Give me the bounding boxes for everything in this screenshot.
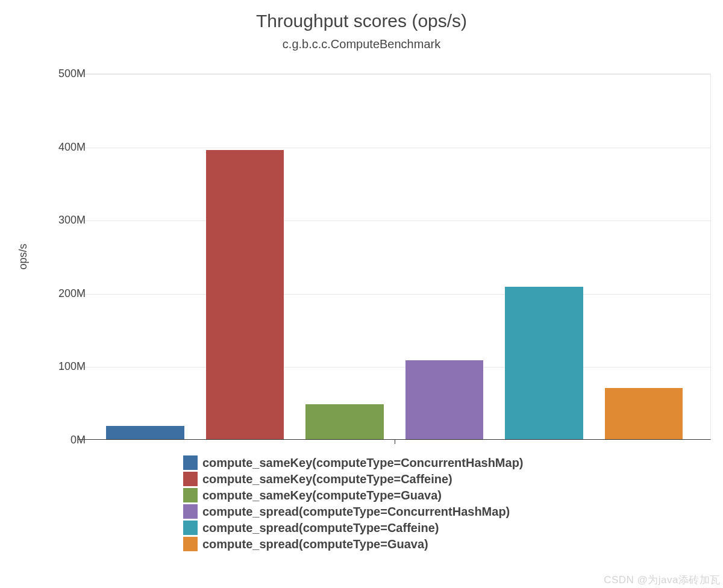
legend-label: compute_spread(computeType=Caffeine) — [202, 521, 439, 535]
bars-row — [78, 74, 710, 439]
chart-container: Throughput scores (ops/s) c.g.b.c.c.Comp… — [0, 0, 723, 588]
bar — [206, 150, 284, 439]
legend: compute_sameKey(computeType=ConcurrentHa… — [183, 455, 524, 551]
legend-label: compute_sameKey(computeType=ConcurrentHa… — [202, 456, 524, 470]
y-tick-label: 0M — [37, 434, 86, 446]
legend-swatch — [183, 537, 198, 551]
legend-label: compute_spread(computeType=ConcurrentHas… — [202, 505, 510, 519]
bar-slot — [594, 388, 694, 439]
legend-swatch — [183, 455, 198, 470]
x-tick-mark — [395, 439, 395, 444]
legend-item: compute_spread(computeType=Caffeine) — [183, 521, 524, 535]
bar — [305, 404, 384, 439]
legend-swatch — [183, 472, 198, 486]
bar — [106, 426, 184, 439]
bar-slot — [95, 426, 195, 439]
y-tick-label: 500M — [37, 67, 86, 80]
legend-item: compute_spread(computeType=ConcurrentHas… — [183, 504, 524, 519]
bar-slot — [195, 150, 295, 439]
legend-label: compute_sameKey(computeType=Caffeine) — [202, 472, 452, 486]
bar-slot — [395, 360, 495, 439]
plot-area — [78, 74, 711, 440]
legend-swatch — [183, 488, 198, 502]
legend-swatch — [183, 521, 198, 535]
watermark: CSDN @为java添砖加瓦 — [604, 573, 721, 587]
legend-item: compute_sameKey(computeType=Guava) — [183, 488, 524, 502]
y-tick-label: 300M — [37, 214, 86, 227]
legend-item: compute_spread(computeType=Guava) — [183, 537, 524, 551]
legend-item: compute_sameKey(computeType=ConcurrentHa… — [183, 455, 524, 470]
y-axis-label: ops/s — [17, 243, 30, 269]
bar-slot — [295, 404, 395, 439]
chart-subtitle: c.g.b.c.c.ComputeBenchmark — [0, 37, 723, 51]
bar — [505, 287, 583, 439]
y-tick-label: 400M — [37, 140, 86, 153]
bar-slot — [494, 287, 594, 439]
bar — [605, 388, 683, 439]
legend-label: compute_spread(computeType=Guava) — [202, 537, 428, 551]
legend-label: compute_sameKey(computeType=Guava) — [202, 489, 442, 502]
y-tick-label: 100M — [37, 360, 86, 373]
chart-title: Throughput scores (ops/s) — [0, 0, 723, 31]
legend-item: compute_sameKey(computeType=Caffeine) — [183, 472, 524, 486]
y-tick-label: 200M — [37, 287, 86, 299]
legend-swatch — [183, 504, 198, 519]
bar — [405, 360, 484, 439]
